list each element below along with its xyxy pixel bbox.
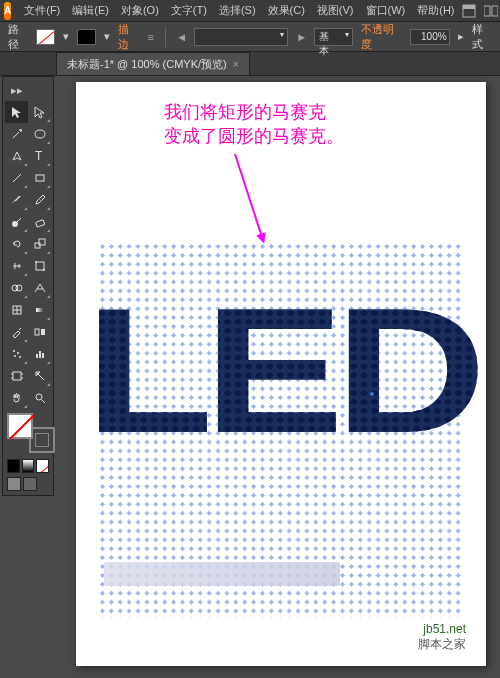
svg-rect-7	[36, 175, 44, 181]
color-mode-swatch[interactable]	[7, 459, 20, 473]
screen-mode-normal[interactable]	[7, 477, 21, 491]
menu-window[interactable]: 窗口(W)	[361, 1, 411, 20]
line-tool[interactable]	[5, 167, 28, 189]
pencil-tool[interactable]	[28, 189, 51, 211]
blob-brush-tool[interactable]	[5, 211, 28, 233]
svg-rect-28	[39, 351, 41, 358]
led-text-artwork[interactable]: LED	[65, 282, 497, 460]
svg-rect-2	[484, 6, 490, 16]
rotate-tool[interactable]	[5, 233, 28, 255]
width-tool[interactable]	[5, 255, 28, 277]
svg-text:T: T	[35, 149, 43, 163]
lasso-tool[interactable]	[28, 123, 51, 145]
none-mode-swatch[interactable]	[36, 459, 49, 473]
stroke-dropdown-icon[interactable]: ▾	[104, 30, 110, 43]
svg-point-24	[17, 352, 19, 354]
svg-point-26	[19, 356, 21, 358]
gradient-mode-swatch[interactable]	[22, 459, 35, 473]
magic-wand-tool[interactable]	[5, 123, 28, 145]
opacity-chevron-icon[interactable]: ▸	[458, 30, 464, 43]
svg-line-6	[13, 174, 21, 182]
gradient-tool[interactable]	[28, 299, 51, 321]
menu-type[interactable]: 文字(T)	[166, 1, 212, 20]
canvas[interactable]: 我们将矩形的马赛克 变成了圆形的马赛克。 LED LED jb51.net 脚本…	[58, 76, 500, 678]
artboard: 我们将矩形的马赛克 变成了圆形的马赛克。 LED LED jb51.net 脚本…	[76, 82, 486, 666]
hand-tool[interactable]	[5, 387, 28, 409]
fill-stroke-control[interactable]	[7, 413, 55, 453]
watermark: jb51.net 脚本之家	[418, 622, 466, 652]
svg-rect-29	[42, 353, 44, 358]
tool-mode-label: 路径	[8, 22, 28, 52]
artboard-tool[interactable]	[5, 365, 28, 387]
direct-selection-tool[interactable]	[28, 101, 51, 123]
style-basic-dropdown[interactable]: 基本	[314, 28, 353, 46]
chevron-left-icon[interactable]: ◄	[176, 31, 186, 43]
fill-box[interactable]	[7, 413, 33, 439]
svg-line-32	[42, 400, 45, 403]
blend-tool[interactable]	[28, 321, 51, 343]
stroke-weight-icon[interactable]: ≡	[146, 31, 155, 43]
screen-mode-full[interactable]	[23, 477, 37, 491]
opacity-label: 不透明度	[361, 22, 402, 52]
toolbox: ▸▸ T	[2, 76, 54, 496]
svg-point-31	[36, 394, 42, 400]
redacted-region	[104, 562, 340, 586]
scale-tool[interactable]	[28, 233, 51, 255]
stroke-swatch[interactable]	[77, 29, 96, 45]
app-logo-icon: A	[4, 2, 11, 20]
arrange-icon[interactable]	[484, 4, 498, 18]
control-bar: 路径 ▾ ▾ 描边 ≡ ◄ ► 基本 不透明度 ▸ 样式	[0, 22, 500, 52]
menubar: A 文件(F) 编辑(E) 对象(O) 文字(T) 选择(S) 效果(C) 视图…	[0, 0, 500, 22]
svg-rect-9	[35, 220, 44, 227]
rectangle-tool[interactable]	[28, 167, 51, 189]
selection-anchor[interactable]	[370, 392, 374, 396]
svg-point-23	[13, 350, 15, 352]
menu-view[interactable]: 视图(V)	[312, 1, 359, 20]
mesh-tool[interactable]	[5, 299, 28, 321]
pen-tool[interactable]	[5, 145, 28, 167]
selection-tool[interactable]	[5, 101, 28, 123]
stroke-label: 描边	[118, 22, 138, 52]
style-label: 样式	[472, 22, 492, 52]
svg-rect-21	[35, 329, 39, 335]
free-transform-tool[interactable]	[28, 255, 51, 277]
fill-swatch[interactable]	[36, 29, 55, 45]
menu-file[interactable]: 文件(F)	[19, 1, 65, 20]
svg-rect-27	[36, 354, 38, 358]
svg-point-13	[35, 261, 37, 263]
column-graph-tool[interactable]	[28, 343, 51, 365]
symbol-sprayer-tool[interactable]	[5, 343, 28, 365]
menu-object[interactable]: 对象(O)	[116, 1, 164, 20]
tab-toggle-icon[interactable]: ▸▸	[5, 79, 28, 101]
svg-rect-20	[36, 308, 44, 312]
menu-effect[interactable]: 效果(C)	[263, 1, 310, 20]
slice-tool[interactable]	[28, 365, 51, 387]
fill-dropdown-icon[interactable]: ▾	[63, 30, 69, 43]
svg-point-14	[43, 269, 45, 271]
document-tab[interactable]: 未标题-1* @ 100% (CMYK/预览) ×	[56, 52, 250, 75]
document-tab-title: 未标题-1* @ 100% (CMYK/预览)	[67, 57, 227, 72]
shape-builder-tool[interactable]	[5, 277, 28, 299]
menu-select[interactable]: 选择(S)	[214, 1, 261, 20]
chevron-right-icon[interactable]: ►	[296, 31, 306, 43]
svg-rect-22	[41, 329, 45, 335]
svg-point-4	[20, 129, 22, 131]
close-icon[interactable]: ×	[233, 59, 239, 70]
layout-icon[interactable]	[462, 4, 476, 18]
paintbrush-tool[interactable]	[5, 189, 28, 211]
svg-rect-12	[36, 262, 44, 270]
svg-point-16	[16, 285, 22, 291]
zoom-tool[interactable]	[28, 387, 51, 409]
menu-help[interactable]: 帮助(H)	[412, 1, 459, 20]
annotation-arrow	[234, 154, 264, 242]
svg-rect-30	[13, 372, 21, 380]
menu-edit[interactable]: 编辑(E)	[67, 1, 114, 20]
opacity-input[interactable]	[410, 29, 450, 45]
workspace: ▸▸ T	[0, 76, 500, 678]
eyedropper-tool[interactable]	[5, 321, 28, 343]
type-tool[interactable]: T	[28, 145, 51, 167]
perspective-grid-tool[interactable]	[28, 277, 51, 299]
brush-dropdown[interactable]	[194, 28, 288, 46]
eraser-tool[interactable]	[28, 211, 51, 233]
document-tabbar: 未标题-1* @ 100% (CMYK/预览) ×	[0, 52, 500, 76]
